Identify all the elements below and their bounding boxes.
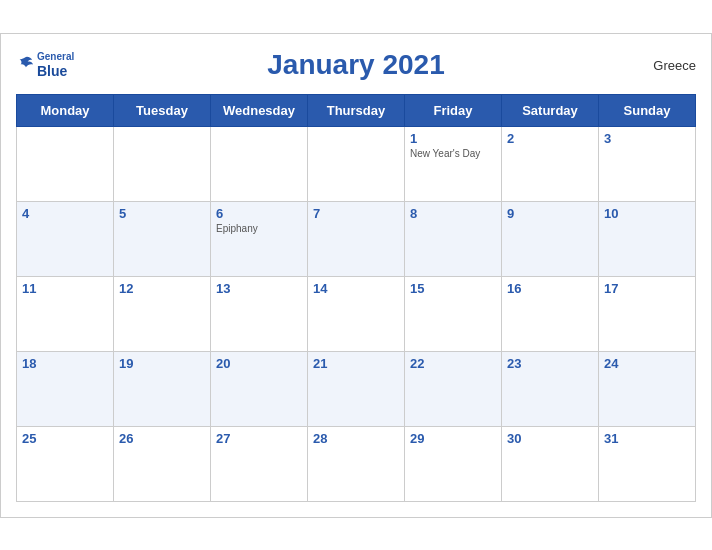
calendar-table: Monday Tuesday Wednesday Thursday Friday…	[16, 94, 696, 502]
day-number: 16	[507, 281, 593, 296]
day-number: 2	[507, 131, 593, 146]
day-cell: 21	[308, 351, 405, 426]
day-cell: 17	[599, 276, 696, 351]
day-cell: 28	[308, 426, 405, 501]
day-cell: 30	[502, 426, 599, 501]
day-cell: 5	[114, 201, 211, 276]
day-event: Epiphany	[216, 223, 302, 234]
day-cell: 8	[405, 201, 502, 276]
col-header-friday: Friday	[405, 94, 502, 126]
day-cell: 26	[114, 426, 211, 501]
day-cell: 20	[211, 351, 308, 426]
day-cell: 16	[502, 276, 599, 351]
logo-blue-text: Blue	[37, 62, 74, 79]
day-cell: 25	[17, 426, 114, 501]
day-number: 30	[507, 431, 593, 446]
col-header-monday: Monday	[17, 94, 114, 126]
day-number: 3	[604, 131, 690, 146]
day-number: 28	[313, 431, 399, 446]
day-cell: 10	[599, 201, 696, 276]
day-number: 9	[507, 206, 593, 221]
day-number: 4	[22, 206, 108, 221]
calendar-title: January 2021	[267, 49, 444, 81]
day-cell	[211, 126, 308, 201]
day-number: 22	[410, 356, 496, 371]
day-cell: 15	[405, 276, 502, 351]
logo-text: General Blue	[37, 50, 74, 79]
day-cell: 19	[114, 351, 211, 426]
day-number: 18	[22, 356, 108, 371]
day-number: 1	[410, 131, 496, 146]
day-number: 17	[604, 281, 690, 296]
day-number: 8	[410, 206, 496, 221]
day-number: 29	[410, 431, 496, 446]
day-number: 12	[119, 281, 205, 296]
day-cell	[17, 126, 114, 201]
day-number: 31	[604, 431, 690, 446]
day-cell	[308, 126, 405, 201]
day-cell: 1New Year's Day	[405, 126, 502, 201]
logo-general-text: General	[37, 50, 74, 62]
logo: General Blue	[16, 50, 74, 79]
day-cell: 3	[599, 126, 696, 201]
day-number: 25	[22, 431, 108, 446]
calendar-body: 1New Year's Day23456Epiphany789101112131…	[17, 126, 696, 501]
calendar-header: General Blue January 2021 Greece	[16, 44, 696, 86]
day-cell: 13	[211, 276, 308, 351]
week-row-5: 25262728293031	[17, 426, 696, 501]
days-header-row: Monday Tuesday Wednesday Thursday Friday…	[17, 94, 696, 126]
col-header-saturday: Saturday	[502, 94, 599, 126]
day-cell: 11	[17, 276, 114, 351]
day-cell: 23	[502, 351, 599, 426]
calendar-container: General Blue January 2021 Greece Monday …	[0, 33, 712, 518]
day-cell: 31	[599, 426, 696, 501]
day-cell: 2	[502, 126, 599, 201]
day-cell: 12	[114, 276, 211, 351]
day-number: 19	[119, 356, 205, 371]
col-header-tuesday: Tuesday	[114, 94, 211, 126]
day-number: 14	[313, 281, 399, 296]
day-number: 11	[22, 281, 108, 296]
day-cell: 6Epiphany	[211, 201, 308, 276]
col-header-wednesday: Wednesday	[211, 94, 308, 126]
day-number: 13	[216, 281, 302, 296]
day-number: 15	[410, 281, 496, 296]
day-number: 5	[119, 206, 205, 221]
col-header-thursday: Thursday	[308, 94, 405, 126]
day-number: 10	[604, 206, 690, 221]
day-number: 23	[507, 356, 593, 371]
col-header-sunday: Sunday	[599, 94, 696, 126]
day-cell: 14	[308, 276, 405, 351]
day-event: New Year's Day	[410, 148, 496, 159]
calendar-country: Greece	[653, 57, 696, 72]
day-number: 24	[604, 356, 690, 371]
day-number: 6	[216, 206, 302, 221]
week-row-1: 1New Year's Day23	[17, 126, 696, 201]
day-number: 20	[216, 356, 302, 371]
day-cell: 29	[405, 426, 502, 501]
day-cell: 7	[308, 201, 405, 276]
day-cell: 18	[17, 351, 114, 426]
day-number: 7	[313, 206, 399, 221]
day-cell	[114, 126, 211, 201]
day-number: 27	[216, 431, 302, 446]
week-row-2: 456Epiphany78910	[17, 201, 696, 276]
day-cell: 22	[405, 351, 502, 426]
day-cell: 24	[599, 351, 696, 426]
week-row-3: 11121314151617	[17, 276, 696, 351]
day-number: 21	[313, 356, 399, 371]
day-number: 26	[119, 431, 205, 446]
day-cell: 27	[211, 426, 308, 501]
day-cell: 9	[502, 201, 599, 276]
day-cell: 4	[17, 201, 114, 276]
week-row-4: 18192021222324	[17, 351, 696, 426]
